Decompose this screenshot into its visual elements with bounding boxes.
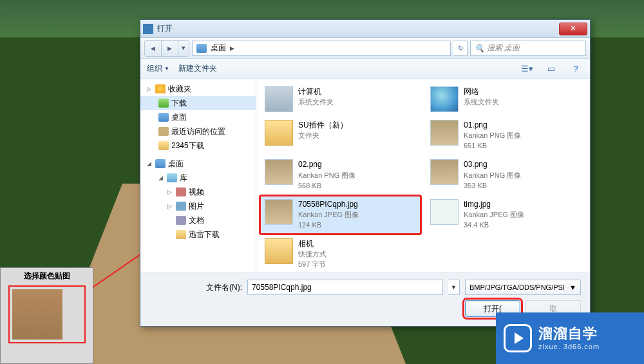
tree-video[interactable]: ▷视频: [140, 185, 256, 199]
tree-pictures[interactable]: ▷图片: [140, 199, 256, 213]
download-icon: [158, 99, 169, 108]
preview-pane-button[interactable]: ▭: [544, 62, 559, 75]
tree-documents[interactable]: 文档: [140, 213, 256, 227]
image-thumb-icon: [430, 120, 459, 146]
folder-icon: [158, 141, 169, 150]
file-name: 02.png: [298, 159, 355, 170]
tree-desktop[interactable]: 桌面: [140, 110, 256, 124]
tree-library[interactable]: ◢库: [140, 171, 256, 185]
file-meta: Kankan PNG 图像: [464, 171, 521, 181]
material-picker-panel: 选择颜色贴图: [0, 267, 93, 364]
tree-label: 桌面: [168, 158, 184, 169]
file-item-01png[interactable]: 01.png Kankan PNG 图像 651 KB: [426, 117, 586, 155]
star-icon: [155, 84, 166, 93]
filetype-filter[interactable]: BMP/JPG/TGA/DDS/PNG/PSI ▼: [465, 280, 581, 295]
watermark-banner: 溜溜自学 zixue. 3d66.com: [496, 312, 644, 364]
dialog-titlebar[interactable]: 打开 ✕: [140, 20, 590, 38]
search-input[interactable]: 🔍 搜索 桌面: [470, 41, 586, 56]
tree-downloads[interactable]: 下载: [140, 96, 256, 110]
tree-label: 2345下载: [171, 140, 204, 151]
address-bar[interactable]: 桌面 ▶: [192, 41, 451, 56]
close-button[interactable]: ✕: [559, 23, 587, 35]
tree-label: 收藏夹: [168, 84, 191, 95]
tree-label: 视频: [189, 187, 204, 198]
material-picker-title: 选择颜色贴图: [1, 268, 93, 284]
file-name: 计算机: [298, 86, 334, 97]
nav-back-button[interactable]: ◄: [145, 41, 162, 56]
file-item-70558[interactable]: 70558PICqph.jpg Kankan JPEG 图像 124 KB: [260, 196, 421, 234]
file-name: 70558PICqph.jpg: [298, 199, 359, 210]
address-location: 桌面: [211, 43, 226, 53]
image-thumb-icon: [265, 159, 293, 185]
desktop-icon: [158, 113, 169, 122]
filter-label: BMP/JPG/TGA/DDS/PNG/PSI: [469, 283, 565, 291]
filename-input[interactable]: [247, 280, 443, 295]
file-name: timg.jpg: [464, 199, 524, 210]
file-item-03png[interactable]: 03.png Kankan PNG 图像 353 KB: [426, 156, 586, 194]
help-button[interactable]: ?: [568, 62, 583, 75]
tree-label: 最近访问的位置: [171, 126, 225, 137]
picture-icon: [176, 202, 186, 211]
file-item-02png[interactable]: 02.png Kankan PNG 图像 568 KB: [260, 156, 421, 194]
tree-label: 文档: [189, 215, 204, 226]
file-size: 34.4 KB: [464, 220, 524, 231]
file-meta: Kankan PNG 图像: [298, 171, 355, 181]
file-list[interactable]: 计算机 系统文件夹 网络 系统文件夹 SU插件（新） 文件夹: [256, 79, 590, 273]
material-swatch[interactable]: [12, 289, 62, 340]
file-name: SU插件（新）: [298, 120, 348, 131]
tree-desktop-root[interactable]: ◢桌面: [140, 157, 256, 171]
nav-history-dropdown[interactable]: ▾: [178, 41, 189, 56]
file-item-camera[interactable]: 相机 快捷方式 597 字节: [260, 235, 421, 273]
desktop-icon: [155, 159, 166, 168]
filename-dropdown[interactable]: ▼: [448, 280, 460, 295]
nav-history-buttons: ◄ ► ▾: [144, 40, 189, 57]
play-icon: [504, 324, 532, 352]
tree-label: 桌面: [171, 112, 187, 123]
dialog-toolbar: 组织 ▼ 新建文件夹 ☰▾ ▭ ?: [140, 59, 590, 79]
tree-xunlei[interactable]: 迅雷下载: [140, 227, 256, 242]
file-meta: 文件夹: [298, 131, 348, 141]
dialog-title: 打开: [157, 23, 559, 34]
file-meta: 快捷方式: [298, 249, 327, 260]
organize-menu[interactable]: 组织 ▼: [147, 63, 169, 74]
search-icon: 🔍: [475, 44, 484, 53]
nav-tree[interactable]: ▷收藏夹 下载 桌面 最近访问的位置 2345下载 ◢桌面 ◢库 ▷视频 ▷图片…: [140, 79, 256, 273]
file-name: 01.png: [464, 120, 521, 131]
view-mode-button[interactable]: ☰▾: [519, 62, 535, 75]
computer-icon: [265, 86, 293, 112]
folder-shortcut-icon: [265, 238, 293, 264]
watermark-title: 溜溜自学: [538, 325, 600, 342]
tree-2345[interactable]: 2345下载: [140, 139, 256, 153]
file-size: 353 KB: [464, 181, 521, 191]
file-open-dialog: 打开 ✕ ◄ ► ▾ 桌面 ▶ ↻ 🔍 搜索 桌面 组织 ▼ 新建文件夹 ☰▾ …: [140, 19, 591, 327]
tree-recent[interactable]: 最近访问的位置: [140, 124, 256, 139]
folder-icon: [265, 120, 293, 146]
file-meta: Kankan PNG 图像: [464, 131, 521, 141]
file-item-computer[interactable]: 计算机 系统文件夹: [260, 83, 421, 115]
file-meta: 系统文件夹: [464, 97, 499, 108]
file-size: 568 KB: [298, 181, 355, 191]
folder-icon: [176, 230, 186, 239]
file-item-suplugin[interactable]: SU插件（新） 文件夹: [260, 117, 421, 155]
dialog-body: ▷收藏夹 下载 桌面 最近访问的位置 2345下载 ◢桌面 ◢库 ▷视频 ▷图片…: [140, 79, 590, 273]
tree-label: 迅雷下载: [189, 229, 220, 240]
file-name: 03.png: [464, 159, 521, 170]
video-icon: [176, 187, 186, 196]
search-placeholder: 搜索 桌面: [487, 43, 520, 53]
tree-favorites[interactable]: ▷收藏夹: [140, 82, 256, 96]
dialog-nav-bar: ◄ ► ▾ 桌面 ▶ ↻ 🔍 搜索 桌面: [140, 38, 590, 59]
watermark-url: zixue. 3d66.com: [538, 343, 600, 351]
nav-forward-button[interactable]: ►: [162, 41, 178, 56]
file-size: 124 KB: [298, 220, 359, 231]
file-item-timg[interactable]: timg.jpg Kankan JPEG 图像 34.4 KB: [426, 196, 586, 234]
refresh-button[interactable]: ↻: [453, 41, 468, 56]
material-swatch-highlight: [8, 285, 86, 343]
file-meta: 系统文件夹: [298, 97, 334, 108]
tree-label: 库: [180, 173, 187, 184]
network-icon: [430, 86, 459, 112]
chevron-down-icon: ▼: [164, 66, 169, 72]
file-meta: Kankan JPEG 图像: [298, 210, 359, 220]
file-item-network[interactable]: 网络 系统文件夹: [426, 83, 586, 115]
document-icon: [176, 216, 186, 225]
new-folder-button[interactable]: 新建文件夹: [178, 63, 217, 74]
